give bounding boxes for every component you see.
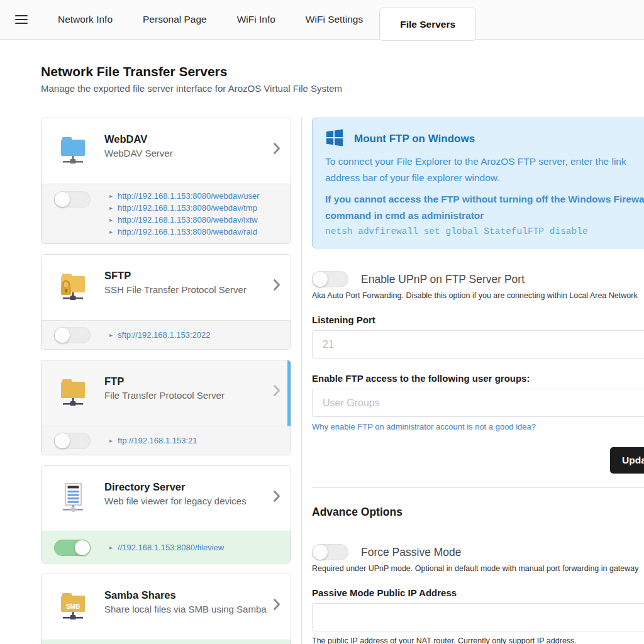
ftp-admin-warning-link[interactable]: Why enable FTP on administrator account … [312,422,536,431]
hamburger-icon[interactable] [15,13,28,26]
tab-network-info[interactable]: Network Info [58,14,113,25]
infobox-warning: If you cannot access the FTP without tur… [325,191,644,208]
page-subtitle: Manage the exported file server interfac… [41,83,342,94]
server-description: Share local files via SMB using Samba [104,604,267,614]
update-button[interactable]: Update [610,447,644,474]
server-name: Directory Server [104,481,247,493]
firewall-command: netsh advfirewall set global StatefulFTP… [325,224,644,239]
upnp-toggle[interactable] [312,271,348,287]
upnp-toggle-label: Enable UPnP on FTP Server Port [361,273,525,286]
ftp-link[interactable]: ftp://192.168.1.153:21 [118,435,197,447]
windows-logo-icon [325,128,344,150]
server-description: Web file viewer for legacy devices [104,496,247,506]
chevron-right-icon [273,384,280,399]
directory-server-card-footer: ▸//192.168.1.153:8080/fileview [42,531,291,563]
sftp-locked-folder-icon [58,270,88,301]
server-card-directory-server[interactable]: Directory Server Web file viewer for leg… [41,465,291,564]
server-name: SFTP [104,270,247,282]
section-divider [312,487,644,488]
server-description: WebDAV Server [104,148,173,158]
mount-ftp-infobox: Mount FTP on Windows To connect your Fil… [312,118,644,248]
tab-wifi-info[interactable]: WiFi Info [237,14,275,25]
chevron-right-icon [273,279,280,294]
server-card-ftp[interactable]: FTP File Transfer Protocol Server ▸ftp:/… [41,360,291,455]
webdav-link[interactable]: http://192.168.1.153:8080/webdav/user [118,190,260,202]
server-card-samba[interactable]: SMB Samba Shares Share local files via S… [41,574,291,644]
listening-port-input[interactable] [312,330,644,358]
sftp-card-footer: ▸sftp://192.168.1.153:2022 [42,320,291,349]
svg-text:SMB: SMB [66,603,80,610]
server-description: SSH File Transfer Protocol Server [104,284,247,295]
samba-card-footer [42,640,291,644]
server-description: File Transfer Protocol Server [104,390,225,401]
column-divider [301,118,302,644]
chevron-right-icon [273,598,280,613]
caret-right-icon: ▸ [109,226,113,238]
sftp-link[interactable]: sftp://192.168.1.153:2022 [118,329,210,341]
webdav-card-header[interactable]: WebDAV WebDAV Server [42,118,291,184]
passive-ip-label: Passive Mode Public IP Address [312,587,644,598]
upnp-note: Aka Auto Port Forwarding. Disable this o… [312,291,644,300]
sftp-card-header[interactable]: SFTP SSH File Transfer Protocol Server [42,255,291,320]
webdav-enable-toggle[interactable] [54,191,91,208]
directory-server-enable-toggle[interactable] [54,540,91,556]
force-passive-label: Force Passive Mode [361,546,462,559]
ftp-enable-toggle[interactable] [54,433,91,449]
server-name: Samba Shares [104,589,267,601]
page-title: Network File Transfer Servers [41,64,227,79]
server-card-webdav[interactable]: WebDAV WebDAV Server ▸http://192.168.1.1… [41,118,291,244]
infobox-warning: command in cmd as administrator [325,208,644,224]
caret-right-icon: ▸ [109,202,113,214]
listening-port-label: Listening Port [312,314,644,325]
user-groups-input[interactable] [312,389,644,417]
caret-right-icon: ▸ [109,541,113,553]
webdav-link[interactable]: http://192.168.1.153:8080/webdav/raid [118,226,257,238]
chevron-right-icon [273,142,280,157]
user-groups-label: Enable FTP access to the following user … [312,373,644,384]
server-list: WebDAV WebDAV Server ▸http://192.168.1.1… [41,118,291,644]
infobox-text: To connect your File Explorer to the Aro… [325,153,644,170]
webdav-link[interactable]: http://192.168.1.153:8080/webdav/tmp [118,202,257,214]
ftp-card-header[interactable]: FTP File Transfer Protocol Server [42,360,291,426]
chevron-right-icon [273,490,280,505]
directory-server-card-header[interactable]: Directory Server Web file viewer for leg… [42,466,291,531]
tab-personal-page[interactable]: Personal Page [143,14,207,25]
server-name: WebDAV [104,133,173,145]
sftp-enable-toggle[interactable] [54,327,91,343]
ftp-card-footer: ▸ftp://192.168.1.153:21 [42,426,291,455]
top-navbar: Network Info Personal Page WiFi Info WiF… [0,0,644,40]
infobox-title: Mount FTP on Windows [354,133,475,145]
infobox-text: address bar of your file explorer window… [325,170,644,186]
caret-right-icon: ▸ [109,329,113,341]
tab-file-servers[interactable]: File Servers [379,8,476,41]
advance-options-title: Advance Options [312,506,644,519]
directory-server-link[interactable]: //192.168.1.153:8080/fileview [118,541,224,553]
ftp-settings-panel: Mount FTP on Windows To connect your Fil… [312,118,644,644]
caret-right-icon: ▸ [109,214,113,226]
caret-right-icon: ▸ [109,435,113,447]
ftp-network-folder-icon [58,375,88,407]
server-name: FTP [104,375,225,387]
passive-ip-note: The public IP address of your NAT router… [312,636,644,644]
server-card-sftp[interactable]: SFTP SSH File Transfer Protocol Server ▸… [41,254,291,350]
webdav-link[interactable]: http://192.168.1.153:8080/webdav/ixtw [118,214,258,226]
force-passive-note: Required under UPnP mode. Optional in de… [312,564,644,573]
tab-wifi-settings[interactable]: WiFi Settings [306,14,363,25]
webdav-network-folder-icon [58,133,88,165]
passive-ip-input[interactable] [312,603,644,631]
samba-card-header[interactable]: SMB Samba Shares Share local files via S… [42,574,291,640]
directory-server-icon [58,481,88,513]
force-passive-toggle[interactable] [312,544,348,560]
webdav-card-footer: ▸http://192.168.1.153:8080/webdav/user ▸… [42,184,291,243]
caret-right-icon: ▸ [109,190,113,202]
smb-folder-icon: SMB [58,589,88,621]
